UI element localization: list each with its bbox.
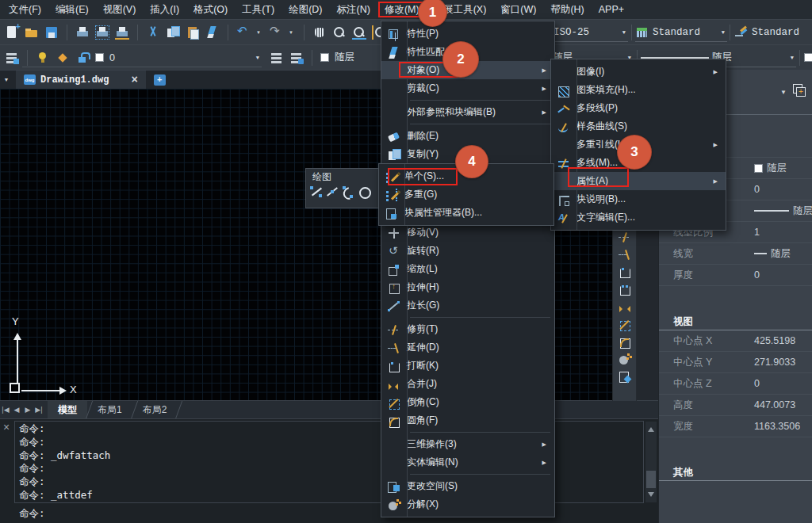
- menubar-item[interactable]: 工具(T): [235, 3, 282, 17]
- menubar-item[interactable]: 文件(F): [2, 3, 48, 17]
- menubar-item[interactable]: 帮助(H): [543, 3, 591, 17]
- break-at-point-icon[interactable]: [618, 283, 632, 297]
- menubar-item[interactable]: 窗口(W): [493, 3, 543, 17]
- undo-icon[interactable]: [236, 25, 251, 40]
- redo-icon[interactable]: [269, 25, 283, 40]
- property-row[interactable]: 中心点 Z0: [659, 373, 812, 395]
- pan-icon[interactable]: [312, 25, 327, 40]
- doc-tab-dropdown-icon[interactable]: ▼: [0, 77, 13, 82]
- menu-item[interactable]: 多段线(P): [551, 99, 726, 117]
- menubar-item[interactable]: 编辑(E): [48, 3, 96, 17]
- menubar-item[interactable]: 格式(O): [186, 3, 235, 17]
- paste-icon[interactable]: [186, 25, 200, 40]
- explode-icon[interactable]: [618, 353, 632, 367]
- menu-item[interactable]: 修剪(T): [381, 320, 554, 338]
- chevron-down-icon[interactable]: ▼: [620, 29, 628, 36]
- command-scrollbar[interactable]: [645, 422, 657, 502]
- chevron-down-icon[interactable]: ▼: [780, 89, 787, 96]
- property-row[interactable]: 中心点 Y271.9033: [659, 352, 812, 373]
- menu-item[interactable]: 文字编辑(E)...: [551, 208, 726, 227]
- table-style-combo[interactable]: Standard ▼: [635, 23, 727, 42]
- layer-properties-icon[interactable]: [5, 51, 19, 65]
- new-tab-button[interactable]: +: [154, 74, 166, 86]
- menu-item[interactable]: 三维操作(3)▶: [381, 435, 554, 453]
- scroll-down-icon[interactable]: [648, 492, 654, 500]
- menubar-item[interactable]: 标注(N): [330, 3, 377, 17]
- save-file-icon[interactable]: [44, 25, 59, 40]
- menu-item[interactable]: 块说明(B)...: [551, 190, 726, 208]
- menu-item[interactable]: 外部参照和块编辑(B)▶: [381, 103, 554, 121]
- plot-style-swatch[interactable]: [804, 53, 812, 62]
- next-tab-icon[interactable]: ▶: [22, 401, 33, 419]
- property-row[interactable]: 线宽随层: [659, 243, 812, 265]
- scroll-up-icon[interactable]: [648, 424, 654, 432]
- layer-combo[interactable]: ▼: [22, 48, 262, 67]
- draw-toolbar-title[interactable]: 绘图: [306, 169, 381, 185]
- menu-item[interactable]: 圆角(F): [381, 411, 554, 429]
- last-tab-icon[interactable]: ▶|: [33, 401, 44, 419]
- ray-icon[interactable]: [325, 185, 339, 199]
- menu-item[interactable]: 删除(E): [381, 127, 554, 145]
- menu-item[interactable]: 剪裁(C)▶: [381, 79, 554, 97]
- menu-item[interactable]: 图像(I)▶: [551, 63, 726, 81]
- extend-icon[interactable]: [618, 248, 632, 262]
- menu-item[interactable]: 更改空间(S): [381, 477, 554, 495]
- menubar-item[interactable]: APP+: [592, 4, 631, 15]
- menu-item[interactable]: 拉长(G): [381, 296, 554, 315]
- mleader-style-combo[interactable]: Standard: [734, 23, 812, 42]
- fillet-icon[interactable]: [618, 335, 632, 349]
- property-row[interactable]: 厚度0: [659, 265, 812, 286]
- menubar-item[interactable]: 绘图(D): [282, 3, 329, 17]
- chevron-down-icon[interactable]: ▼: [788, 55, 796, 61]
- menu-item[interactable]: 延伸(D): [381, 338, 554, 357]
- menubar-item[interactable]: 插入(I): [143, 3, 186, 17]
- document-tab[interactable]: dwg Drawing1.dwg ×: [16, 71, 146, 90]
- chevron-down-icon[interactable]: ▼: [254, 55, 262, 61]
- circle-icon[interactable]: [357, 185, 371, 199]
- layout-tab[interactable]: 模型: [48, 401, 87, 419]
- print-icon[interactable]: [75, 25, 90, 40]
- print-preview-icon[interactable]: [95, 25, 109, 40]
- layout-tab[interactable]: 布局1: [87, 401, 132, 419]
- property-row[interactable]: 高度447.0073: [659, 395, 812, 416]
- close-icon[interactable]: ×: [131, 74, 137, 86]
- command-prompt[interactable]: 命令:: [19, 507, 45, 521]
- scrollbar-thumb[interactable]: [646, 471, 656, 488]
- property-row[interactable]: 中心点 X425.5198: [659, 330, 812, 352]
- line-icon[interactable]: [309, 185, 324, 199]
- chevron-down-icon[interactable]: ▼: [719, 29, 727, 36]
- plot-icon[interactable]: [115, 25, 129, 40]
- menu-item[interactable]: 合并(J): [381, 375, 554, 393]
- dim-style-combo[interactable]: ISO-25 ▼: [553, 23, 628, 42]
- first-tab-icon[interactable]: |◀: [0, 401, 11, 419]
- menubar-item[interactable]: 视图(V): [96, 3, 144, 17]
- copy-icon[interactable]: [166, 25, 180, 40]
- close-icon[interactable]: ×: [3, 422, 10, 433]
- prev-tab-icon[interactable]: ◀: [11, 401, 22, 419]
- open-file-icon[interactable]: [25, 25, 39, 40]
- menu-item[interactable]: 拉伸(H): [381, 278, 554, 296]
- zoom-window-icon[interactable]: [352, 25, 366, 40]
- format-brush-icon[interactable]: [205, 25, 220, 40]
- break-icon[interactable]: [618, 265, 632, 280]
- menu-item[interactable]: 移动(V): [381, 223, 554, 242]
- menu-item[interactable]: 旋转(R): [381, 242, 554, 260]
- menu-item[interactable]: 图案填充(H)...: [551, 81, 726, 99]
- menu-item[interactable]: 属性(A)▶: [551, 172, 726, 190]
- undo-dropdown-icon[interactable]: [256, 25, 263, 40]
- menu-item[interactable]: 分解(X): [381, 495, 554, 513]
- layer-states-icon[interactable]: [270, 51, 284, 65]
- menu-item[interactable]: 缩放(L): [381, 260, 554, 278]
- menu-item[interactable]: 打断(K): [381, 357, 554, 375]
- join-icon[interactable]: [618, 300, 632, 315]
- zoom-realtime-icon[interactable]: [332, 25, 347, 40]
- redo-dropdown-icon[interactable]: [289, 25, 296, 40]
- layout-tab[interactable]: 布局2: [132, 401, 178, 419]
- menu-item[interactable]: 样条曲线(S): [551, 117, 726, 136]
- chamfer-icon[interactable]: [618, 318, 632, 332]
- cut-icon[interactable]: [146, 25, 160, 40]
- block-edit-icon[interactable]: [618, 370, 632, 384]
- quick-select-icon[interactable]: [793, 84, 806, 97]
- menu-item[interactable]: 实体编辑(N)▶: [381, 453, 554, 471]
- layer-previous-icon[interactable]: [289, 51, 304, 65]
